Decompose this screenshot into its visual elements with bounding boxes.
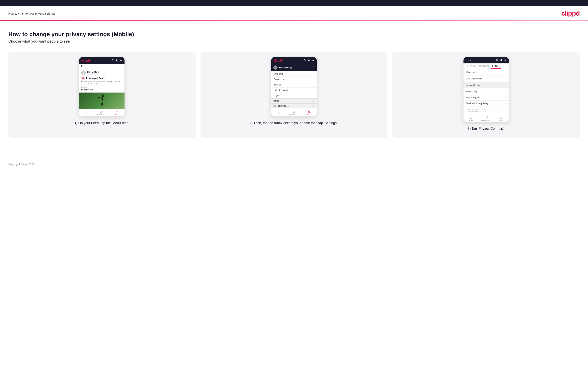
- settings-my-account-label: My Account: [466, 71, 477, 73]
- settings-my-golf-bag-label: My Golf Bag: [466, 91, 477, 93]
- settings-my-golf-bag-chevron: ›: [506, 90, 506, 93]
- nav-performance-label: My Performance: [97, 114, 107, 116]
- page-subheading: Choose what you want people to see: [8, 39, 580, 44]
- phone-mockup-2: clippd: [271, 57, 317, 117]
- nav-menu-label: Menu: [115, 114, 119, 116]
- svg-point-19: [505, 60, 506, 61]
- phone3-nav-menu: ☰ Menu: [494, 116, 509, 121]
- phone3-performance-icon: 📈: [484, 116, 488, 119]
- nav-home: ⌂ Home: [79, 111, 94, 116]
- settings-list: My Account › Data Integrations › Privacy…: [464, 69, 509, 107]
- settings-data-integrations-chevron: ›: [506, 77, 506, 80]
- settings-my-account: My Account ›: [464, 69, 509, 75]
- settings-data-integrations-label: Data Integrations: [466, 78, 482, 80]
- phone2-search-icon: [303, 59, 306, 62]
- phone2-header: clippd: [271, 57, 317, 64]
- phone3-menu-icon: ☰: [500, 116, 502, 119]
- settings-data-integrations: Data Integrations ›: [464, 75, 509, 82]
- phone2-nav-menu: ✕ Menu: [302, 111, 317, 116]
- phone3-nav-home-label: Home: [469, 120, 473, 121]
- post-lesson-title: 🎯 Lesson with Fordy: [81, 76, 122, 80]
- dropdown-chevron-icon: ⌃: [312, 66, 315, 69]
- settings-help-support: Help & Support ↗: [464, 95, 509, 101]
- phone3-settings-icon: [504, 59, 507, 62]
- feed-tab: Feed: [79, 64, 124, 69]
- phone2-profile-icon: [308, 59, 311, 62]
- main-content: How to change your privacy settings (Mob…: [0, 21, 588, 158]
- svg-line-9: [98, 97, 99, 99]
- step-card-3: ‹ Back: [392, 52, 580, 138]
- svg-line-5: [102, 97, 103, 102]
- settings-my-golf-bag: My Golf Bag ›: [464, 88, 509, 95]
- copyright-text: Copyright Clippd 2022: [8, 163, 35, 166]
- settings-help-support-label: Help & Support: [466, 96, 480, 99]
- dropdown-connections: Connections: [271, 77, 317, 82]
- phone2-settings-icon: [312, 59, 315, 62]
- page-heading: How to change your privacy settings (Mob…: [8, 31, 580, 38]
- phone3-header: ‹ Back: [464, 57, 509, 63]
- step2-caption: 2) Then, tap the arrow next to your name…: [250, 121, 338, 125]
- nav-menu: ☰ Menu: [110, 111, 125, 116]
- steps-grid: clippd: [8, 52, 580, 138]
- dropdown-performance-chevron: ⌄: [313, 105, 315, 107]
- version-line1: Clippd Client Version: 2022.8.3-3: [466, 108, 506, 111]
- svg-point-12: [304, 60, 305, 61]
- post-author: B Blair McHarg Yesterday · Sunningdale: [81, 70, 122, 75]
- golf-image: [79, 92, 124, 109]
- phone3-bottom-nav: ⌂ Home 📈 My Performance ☰ Menu: [464, 115, 509, 122]
- settings-service-privacy-policy-external-icon: ↗: [505, 102, 506, 105]
- dropdown-help: Help & Support: [271, 88, 317, 93]
- svg-line-7: [102, 102, 103, 106]
- svg-line-17: [497, 61, 498, 61]
- post-author-meta: Yesterday · Sunningdale: [87, 73, 105, 75]
- svg-point-16: [496, 59, 497, 61]
- phone3-version-info: Clippd Client Version: 2022.8.3-3 GQL Se…: [464, 107, 509, 115]
- svg-point-3: [121, 60, 121, 61]
- phone1-header: clippd: [79, 57, 124, 64]
- step3-caption: 3) Tap ‘Privacy Controls’.: [468, 126, 504, 131]
- settings-my-account-chevron: ›: [506, 71, 506, 74]
- home-icon: ⌂: [86, 111, 88, 114]
- menu-icon: ☰: [116, 111, 118, 114]
- phone2-nav-home: ⌂ Home: [271, 111, 286, 116]
- settings-help-support-external-icon: ↗: [505, 97, 506, 99]
- dropdown-panel: My Profile Connections Settings Help & S…: [271, 71, 317, 108]
- logo: clippd: [561, 9, 580, 17]
- phone3-tabs: My Profile Connections Settings: [464, 63, 509, 69]
- back-button: ‹ Back: [466, 59, 471, 61]
- top-bar: [0, 0, 588, 6]
- dropdown-logout: Logout: [271, 93, 317, 98]
- nav-home-label: Home: [85, 114, 89, 116]
- header: How to change your privacy settings clip…: [0, 6, 588, 17]
- performance-icon: 📈: [100, 111, 104, 114]
- dropdown-username: Blair McHarg: [279, 67, 292, 69]
- phone2-menu-icon: ✕: [308, 111, 310, 114]
- version-line2: GQL Server Version: 2022.7.30-1: [466, 111, 506, 113]
- settings-privacy-controls-label: Privacy Controls: [466, 84, 481, 86]
- post-avatar: B: [81, 70, 86, 75]
- lesson-name: Lesson with Fordy: [86, 77, 104, 79]
- back-arrow-icon: ‹: [466, 59, 466, 61]
- settings-icon: [120, 59, 122, 62]
- dropdown-performance-label: My Performance: [273, 105, 289, 107]
- footer: Copyright Clippd 2022: [0, 158, 588, 170]
- phone1-post: B Blair McHarg Yesterday · Sunningdale 🎯…: [79, 69, 124, 92]
- phone2-performance-icon: 📈: [292, 111, 296, 114]
- post-duration-label: Duration: [81, 86, 122, 88]
- phone3-nav-performance: 📈 My Performance: [478, 116, 494, 121]
- phone2-logo: clippd: [273, 59, 282, 62]
- svg-point-14: [308, 60, 309, 61]
- svg-point-4: [102, 94, 104, 97]
- svg-point-15: [313, 60, 314, 61]
- svg-line-13: [305, 61, 306, 62]
- nav-performance: 📈 My Performance: [94, 111, 110, 116]
- dropdown-user-row: Blair McHarg ⌃: [271, 64, 317, 71]
- phone-mockup-3: ‹ Back: [463, 57, 509, 122]
- lesson-icon: 🎯: [81, 76, 85, 80]
- dropdown-performance-section: My Performance ⌄: [271, 103, 317, 108]
- tab-connections: Connections: [477, 63, 491, 69]
- settings-service-privacy-policy-label: Service & Privacy Policy: [466, 102, 488, 105]
- phone3-nav-performance-label: My Performance: [481, 120, 491, 121]
- step-card-2: clippd: [200, 52, 388, 138]
- dropdown-home-chevron: ⌄: [313, 100, 315, 102]
